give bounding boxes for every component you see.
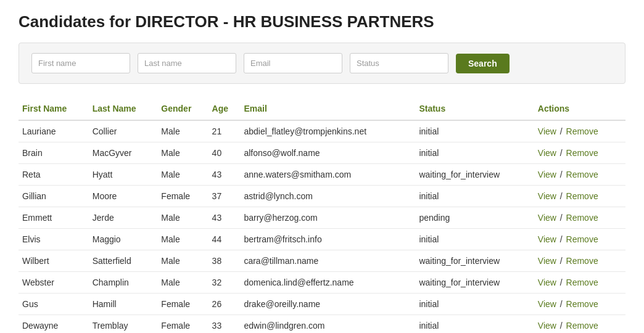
view-link[interactable]: View: [538, 321, 556, 331]
cell-firstname: Emmett: [19, 207, 89, 229]
table-row: GusHamillFemale26drake@oreilly.nameiniti…: [19, 294, 625, 315]
cell-email: alfonso@wolf.name: [240, 142, 415, 164]
search-button[interactable]: Search: [456, 54, 510, 73]
cell-lastname: MacGyver: [89, 142, 158, 164]
actions-cell: View / Remove: [534, 272, 625, 294]
table-row: GillianMooreFemale37astrid@lynch.cominit…: [19, 186, 625, 207]
remove-link[interactable]: Remove: [566, 126, 598, 136]
cell-email: drake@oreilly.name: [240, 294, 415, 315]
cell-lastname: Tremblay: [89, 315, 158, 334]
cell-age: 43: [208, 164, 241, 186]
cell-age: 37: [208, 186, 241, 207]
lastname-input[interactable]: [138, 53, 236, 73]
col-age: Age: [208, 99, 241, 120]
col-lastname: Last Name: [89, 99, 158, 120]
cell-firstname: Webster: [19, 272, 89, 294]
view-link[interactable]: View: [538, 234, 556, 244]
cell-status: pending: [415, 207, 534, 229]
cell-email: abdiel_flatley@trompjenkins.net: [240, 120, 415, 142]
cell-status: initial: [415, 315, 534, 334]
view-link[interactable]: View: [538, 278, 556, 287]
table-row: WilbertSatterfieldMale38cara@tillman.nam…: [19, 250, 625, 272]
cell-gender: Male: [157, 142, 208, 164]
actions-cell: View / Remove: [534, 164, 625, 186]
cell-lastname: Jerde: [89, 207, 158, 229]
table-row: DewayneTremblayFemale33edwin@lindgren.co…: [19, 315, 625, 334]
remove-link[interactable]: Remove: [566, 170, 598, 179]
remove-link[interactable]: Remove: [566, 299, 598, 309]
cell-lastname: Hyatt: [89, 164, 158, 186]
view-link[interactable]: View: [538, 148, 556, 158]
action-separator: /: [558, 148, 565, 158]
action-separator: /: [558, 299, 565, 309]
cell-firstname: Brain: [19, 142, 89, 164]
view-link[interactable]: View: [538, 256, 556, 266]
cell-gender: Male: [157, 207, 208, 229]
cell-status: initial: [415, 142, 534, 164]
cell-status: initial: [415, 120, 534, 142]
cell-age: 21: [208, 120, 241, 142]
cell-gender: Male: [157, 250, 208, 272]
actions-cell: View / Remove: [534, 142, 625, 164]
email-input[interactable]: [244, 53, 342, 73]
cell-email: cara@tillman.name: [240, 250, 415, 272]
cell-firstname: Wilbert: [19, 250, 89, 272]
cell-email: domenica.lind@effertz.name: [240, 272, 415, 294]
col-firstname: First Name: [19, 99, 89, 120]
cell-lastname: Moore: [89, 186, 158, 207]
view-link[interactable]: View: [538, 126, 556, 136]
cell-email: bertram@fritsch.info: [240, 229, 415, 250]
cell-status: waiting_for_interview: [415, 272, 534, 294]
cell-gender: Male: [157, 164, 208, 186]
col-actions: Actions: [534, 99, 625, 120]
cell-age: 26: [208, 294, 241, 315]
table-row: ElvisMaggioMale44bertram@fritsch.infoini…: [19, 229, 625, 250]
col-email: Email: [240, 99, 415, 120]
remove-link[interactable]: Remove: [566, 191, 598, 201]
cell-age: 43: [208, 207, 241, 229]
cell-age: 44: [208, 229, 241, 250]
remove-link[interactable]: Remove: [566, 148, 598, 158]
remove-link[interactable]: Remove: [566, 278, 598, 287]
col-gender: Gender: [157, 99, 208, 120]
cell-gender: Male: [157, 272, 208, 294]
actions-cell: View / Remove: [534, 250, 625, 272]
cell-email: astrid@lynch.com: [240, 186, 415, 207]
cell-email: anne.waters@smitham.com: [240, 164, 415, 186]
view-link[interactable]: View: [538, 191, 556, 201]
action-separator: /: [558, 126, 565, 136]
actions-cell: View / Remove: [534, 229, 625, 250]
cell-gender: Female: [157, 294, 208, 315]
firstname-input[interactable]: [31, 53, 130, 73]
cell-age: 33: [208, 315, 241, 334]
actions-cell: View / Remove: [534, 315, 625, 334]
cell-lastname: Satterfield: [89, 250, 158, 272]
view-link[interactable]: View: [538, 299, 556, 309]
cell-age: 38: [208, 250, 241, 272]
action-separator: /: [558, 234, 565, 244]
search-bar: Search: [19, 43, 625, 84]
table-row: BrainMacGyverMale40alfonso@wolf.nameinit…: [19, 142, 625, 164]
cell-gender: Male: [157, 120, 208, 142]
action-separator: /: [558, 278, 565, 287]
remove-link[interactable]: Remove: [566, 256, 598, 266]
action-separator: /: [558, 170, 565, 179]
action-separator: /: [558, 191, 565, 201]
remove-link[interactable]: Remove: [566, 321, 598, 331]
cell-firstname: Reta: [19, 164, 89, 186]
cell-status: initial: [415, 229, 534, 250]
view-link[interactable]: View: [538, 213, 556, 223]
cell-lastname: Champlin: [89, 272, 158, 294]
remove-link[interactable]: Remove: [566, 234, 598, 244]
cell-firstname: Gillian: [19, 186, 89, 207]
cell-lastname: Collier: [89, 120, 158, 142]
status-input[interactable]: [350, 53, 448, 73]
remove-link[interactable]: Remove: [566, 213, 598, 223]
page-title: Candidates for DIRECTOR - HR BUSINESS PA…: [19, 12, 625, 31]
action-separator: /: [558, 256, 565, 266]
cell-email: edwin@lindgren.com: [240, 315, 415, 334]
cell-firstname: Lauriane: [19, 120, 89, 142]
cell-status: waiting_for_interview: [415, 250, 534, 272]
view-link[interactable]: View: [538, 170, 556, 179]
candidates-table: First Name Last Name Gender Age Email St…: [19, 99, 625, 333]
